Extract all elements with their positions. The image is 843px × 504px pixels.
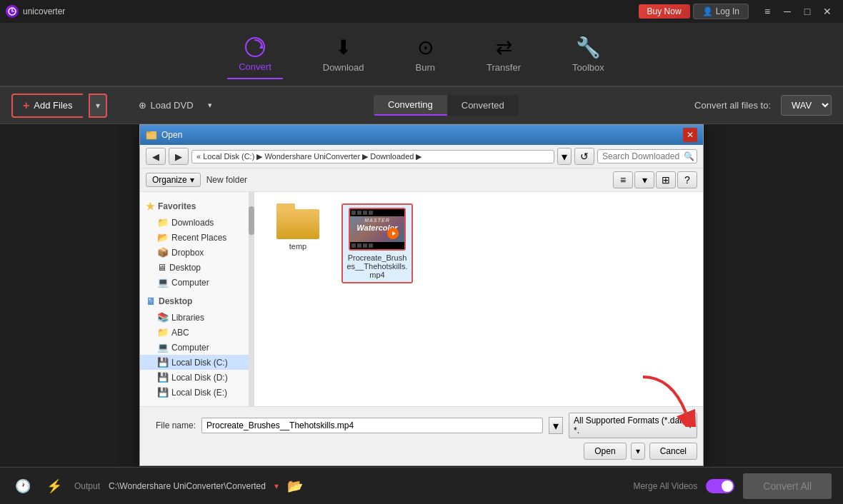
format-dropdown-icon: ▾ — [688, 420, 692, 430]
clock-button[interactable]: 🕐 — [11, 475, 34, 498]
local-d-label: Local Disk (D:) — [171, 373, 228, 383]
open-button[interactable]: Open — [584, 443, 626, 460]
new-folder-button[interactable]: New folder — [206, 175, 247, 185]
back-button[interactable]: ◀ — [146, 148, 166, 165]
path-bar[interactable]: « Local Disk (C:) ▶ Wondershare UniConve… — [191, 150, 554, 163]
nav-burn[interactable]: ⊙ Burn — [404, 30, 447, 79]
path-dropdown[interactable]: ▾ — [557, 148, 572, 165]
sidebar-item-computer-fav[interactable]: 💻 Computer — [140, 275, 254, 290]
sidebar-item-libraries[interactable]: 📚 Libraries — [140, 310, 254, 325]
load-dvd-button[interactable]: ⊕ Load DVD — [130, 96, 202, 115]
film-strip-top — [350, 209, 404, 216]
libraries-icon: 📚 — [157, 312, 169, 323]
sidebar-item-local-d[interactable]: 💾 Local Disk (D:) — [140, 370, 254, 385]
dvd-icon: ⊕ — [139, 100, 146, 111]
film-strip-bottom — [350, 242, 404, 249]
video-file-label: Procreate_Brushes__Thehotskills.mp4 — [346, 253, 409, 279]
dialog-title-text: Open — [161, 130, 683, 140]
convert-all-button[interactable]: Convert All — [743, 473, 832, 499]
list-item[interactable]: temp — [266, 203, 330, 283]
sidebar-item-desktop-fav[interactable]: 🖥 Desktop — [140, 260, 254, 275]
nav-sidebar: ★ Favorites 📁 Downloads 📂 Recent Places — [140, 192, 254, 406]
view-large-button[interactable]: ⊞ — [656, 171, 676, 188]
computer-fav-label: Computer — [171, 278, 209, 288]
film-hole — [369, 211, 373, 215]
cancel-button[interactable]: Cancel — [649, 443, 697, 460]
help-button[interactable]: ? — [677, 171, 697, 188]
nav-download[interactable]: ⬇ Download — [311, 30, 376, 79]
favorites-section: ★ Favorites 📁 Downloads 📂 Recent Places — [140, 198, 254, 290]
recent-label: Recent Places — [171, 233, 226, 243]
nav-transfer-label: Transfer — [487, 62, 521, 73]
filename-input[interactable] — [201, 418, 543, 433]
search-box: 🔍 — [597, 149, 697, 163]
close-button[interactable]: ✕ — [817, 1, 837, 21]
desktop-section: 🖥 Desktop 📚 Libraries 📁 ABC — [140, 293, 254, 400]
favorites-header: ★ Favorites — [140, 198, 254, 215]
sidebar-item-recent[interactable]: 📂 Recent Places — [140, 230, 254, 245]
sidebar-item-computer[interactable]: 💻 Computer — [140, 340, 254, 355]
tab-group: Converting Converted — [374, 95, 519, 116]
view-details-button[interactable]: ≡ — [613, 171, 633, 188]
merge-label: Merge All Videos — [633, 481, 697, 491]
folder-icon: 📁 — [157, 217, 169, 228]
computer-label: Computer — [171, 343, 209, 353]
hdd-d-icon: 💾 — [157, 372, 169, 383]
sidebar-item-dropbox[interactable]: 📦 Dropbox — [140, 245, 254, 260]
dialog-close-button[interactable]: ✕ — [683, 128, 697, 142]
star-icon: ★ — [146, 201, 155, 212]
title-bar-right: Buy Now 👤 Log In ≡ ─ □ ✕ — [639, 1, 837, 21]
sidebar-item-abc[interactable]: 📁 ABC — [140, 325, 254, 340]
load-dvd-dropdown[interactable]: ▾ — [208, 101, 212, 110]
film-hole — [357, 243, 361, 248]
convert-all-label: Convert all files to: — [694, 100, 771, 111]
nav-convert[interactable]: Convert — [227, 30, 283, 79]
download-nav-icon: ⬇ — [335, 36, 351, 59]
minimize-button[interactable]: ─ — [777, 1, 797, 21]
forward-button[interactable]: ▶ — [169, 148, 189, 165]
nav-sidebar-wrapper: ★ Favorites 📁 Downloads 📂 Recent Places — [140, 192, 254, 406]
maximize-button[interactable]: □ — [797, 1, 817, 21]
film-hole — [351, 243, 356, 248]
output-label: Output — [74, 481, 100, 491]
output-folder-button[interactable]: 📂 — [287, 478, 303, 494]
add-files-button[interactable]: + Add Files — [11, 94, 83, 118]
folder-label: temp — [289, 242, 306, 251]
sidebar-item-local-c[interactable]: 💾 Local Disk (C:) — [140, 355, 254, 370]
sidebar-item-downloads[interactable]: 📁 Downloads — [140, 215, 254, 230]
open-dropdown-button[interactable]: ▾ — [631, 443, 645, 460]
log-in-button[interactable]: 👤 Log In — [693, 4, 749, 19]
film-hole — [357, 211, 361, 215]
add-files-dropdown[interactable]: ▾ — [89, 94, 107, 118]
organize-button[interactable]: Organize ▾ — [146, 173, 201, 187]
transfer-nav-icon: ⇄ — [496, 36, 512, 59]
search-input[interactable] — [602, 151, 681, 161]
view-controls: ≡ ▾ ⊞ ? — [613, 171, 697, 188]
refresh-button[interactable]: ↺ — [574, 148, 594, 165]
tab-converted[interactable]: Converted — [447, 95, 519, 116]
filename-dropdown[interactable]: ▾ — [549, 417, 563, 434]
lightning-button[interactable]: ⚡ — [43, 475, 66, 498]
list-item[interactable]: MASTER Watercolor — [341, 203, 413, 283]
scroll-thumb[interactable] — [249, 206, 254, 235]
desktop-fav-label: Desktop — [169, 263, 201, 273]
nav-burn-label: Burn — [416, 62, 435, 73]
sidebar-item-local-e[interactable]: 💾 Local Disk (E:) — [140, 385, 254, 400]
view-dropdown-button[interactable]: ▾ — [634, 171, 654, 188]
film-hole — [369, 243, 373, 248]
buy-now-button[interactable]: Buy Now — [639, 4, 690, 19]
burn-nav-icon: ⊙ — [417, 36, 434, 59]
output-dropdown[interactable]: ▾ — [274, 481, 279, 491]
nav-transfer[interactable]: ⇄ Transfer — [475, 30, 532, 79]
desktop-label: Desktop — [159, 296, 192, 306]
menu-button[interactable]: ≡ — [757, 1, 777, 21]
tab-converting[interactable]: Converting — [374, 95, 447, 116]
libraries-label: Libraries — [171, 313, 204, 323]
merge-toggle[interactable] — [706, 479, 734, 493]
format-select[interactable]: WAV — [781, 95, 832, 116]
play-button-overlay — [387, 228, 399, 239]
format-type-select[interactable]: All Supported Formats (*.dat; *. ▾ — [569, 413, 697, 438]
svg-marker-5 — [146, 131, 151, 133]
nav-toolbox[interactable]: 🔧 Toolbox — [561, 30, 616, 79]
nav-convert-label: Convert — [239, 61, 271, 72]
